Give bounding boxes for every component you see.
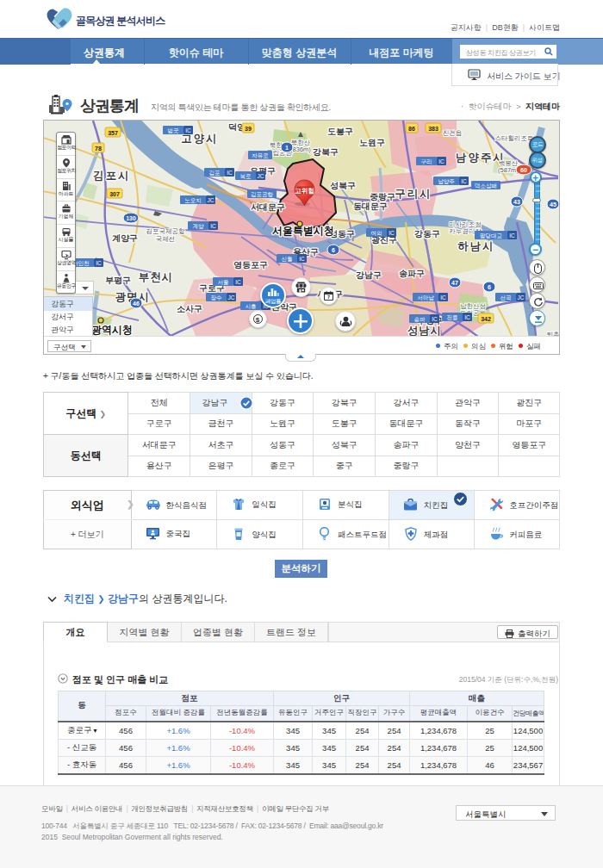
svg-text:1: 1 [285,145,289,151]
svg-text:부평구: 부평구 [105,276,131,285]
svg-text:6: 6 [488,284,491,290]
svg-text:여의: 여의 [371,230,382,236]
svg-text:서대문구: 서대문구 [251,202,285,212]
svg-text:계양: 계양 [193,223,205,230]
svg-text:송파구: 송파구 [399,269,425,278]
svg-text:법곳: 법곳 [168,127,180,133]
svg-text:IC: IC [438,158,444,164]
svg-text:송파: 송파 [414,316,426,322]
svg-text:고위험: 고위험 [295,187,314,195]
svg-text:IC: IC [464,314,470,320]
svg-text:86: 86 [408,126,415,132]
svg-text:시흥: 시흥 [246,303,258,309]
svg-text:신월: 신월 [282,256,293,262]
svg-text:IC: IC [235,279,241,285]
svg-text:IC: IC [299,256,305,262]
svg-text:진건읍: 진건읍 [443,129,463,137]
svg-text:성남시: 성남시 [407,325,443,336]
svg-text:서울특별시청: 서울특별시청 [272,225,334,237]
svg-text:342: 342 [481,316,491,322]
svg-text:(836m): (836m) [290,146,311,153]
svg-text:스타힐리조트: 스타힐리조트 [495,134,534,142]
svg-text:팔당대교: 팔당대교 [480,232,503,239]
svg-text:덕소삼패: 덕소삼패 [475,183,497,189]
svg-text:국제선: 국제선 [156,235,176,243]
svg-text:영등포구: 영등포구 [233,260,268,270]
svg-text:IC: IC [227,170,233,176]
svg-text:소사구: 소사구 [177,304,202,313]
svg-text:계양구: 계양구 [112,233,138,243]
svg-text:성북구: 성북구 [330,181,356,190]
svg-text:선곡: 선곡 [500,294,513,301]
svg-text:130: 130 [126,215,136,221]
svg-text:47: 47 [451,280,458,286]
svg-text:IC: IC [389,230,395,236]
svg-text:IC: IC [210,223,216,229]
svg-text:383: 383 [428,126,438,132]
svg-text:357: 357 [108,130,118,136]
svg-text:46: 46 [133,301,140,307]
svg-text:IC: IC [461,178,467,184]
svg-text:강북구: 강북구 [313,147,339,157]
svg-text:IC: IC [96,260,102,266]
svg-text:전룡: 전룡 [447,314,459,320]
svg-text:JC: JC [208,197,214,203]
svg-text:하남시: 하남시 [457,240,495,252]
svg-text:김포공항: 김포공항 [251,191,274,198]
svg-text:김포국제공항: 김포국제공항 [146,227,186,235]
svg-text:서울: 서울 [218,279,230,285]
svg-text:45: 45 [550,202,556,208]
svg-text:노원구: 노원구 [359,138,385,147]
svg-text:JC: JC [258,173,264,179]
svg-text:구리: 구리 [421,158,432,164]
svg-text:자유로: 자유로 [252,152,269,158]
svg-text:60: 60 [520,167,527,173]
svg-text:IC: IC [440,294,446,301]
svg-text:중랑구: 중랑구 [370,192,395,202]
svg-text:JC: JC [228,294,235,301]
svg-text:동대문구: 동대문구 [353,202,388,211]
svg-text:6: 6 [332,247,335,253]
svg-text:부천시: 부천시 [139,271,174,283]
svg-text:김포: 김포 [209,170,221,176]
svg-text:구리시: 구리시 [395,188,432,200]
svg-text:장수: 장수 [211,294,223,301]
svg-text:78: 78 [95,146,102,152]
svg-text:IC: IC [185,127,191,133]
svg-text:광역시청: 광역시청 [91,324,133,336]
svg-text:39: 39 [245,126,252,132]
svg-text:강남구: 강남구 [356,270,382,280]
svg-text:고양시: 고양시 [181,133,219,145]
svg-text:307: 307 [109,191,120,197]
svg-text:노오지: 노오지 [184,197,202,203]
svg-text:IC: IC [432,316,438,322]
svg-text:도봉구: 도봉구 [327,127,353,136]
svg-text:IC: IC [509,232,515,239]
svg-text:김포시: 김포시 [93,170,131,182]
svg-text:43: 43 [513,199,520,205]
svg-text:7: 7 [327,294,330,300]
svg-text:JC: JC [518,294,525,301]
svg-text:북로: 북로 [240,173,252,179]
svg-text:남양주: 남양주 [438,178,455,185]
svg-text:서하남: 서하남 [417,294,434,301]
svg-text:강동구: 강동구 [414,229,440,239]
